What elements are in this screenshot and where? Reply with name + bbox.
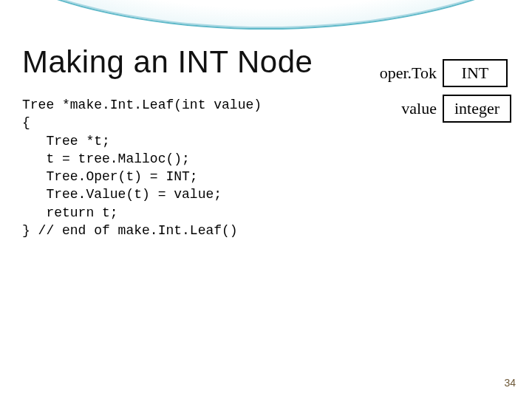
slide-number: 34: [504, 377, 516, 389]
diagram-label-value: value: [375, 95, 443, 123]
diagram-row-value: value integer: [375, 95, 511, 123]
slide-title: Making an INT Node: [22, 44, 510, 80]
slide-container: Making an INT Node Tree *make.Int.Leaf(i…: [0, 0, 532, 399]
diagram-box-integer: integer: [443, 95, 511, 123]
code-block: Tree *make.Int.Leaf(int value) { Tree *t…: [22, 96, 262, 239]
